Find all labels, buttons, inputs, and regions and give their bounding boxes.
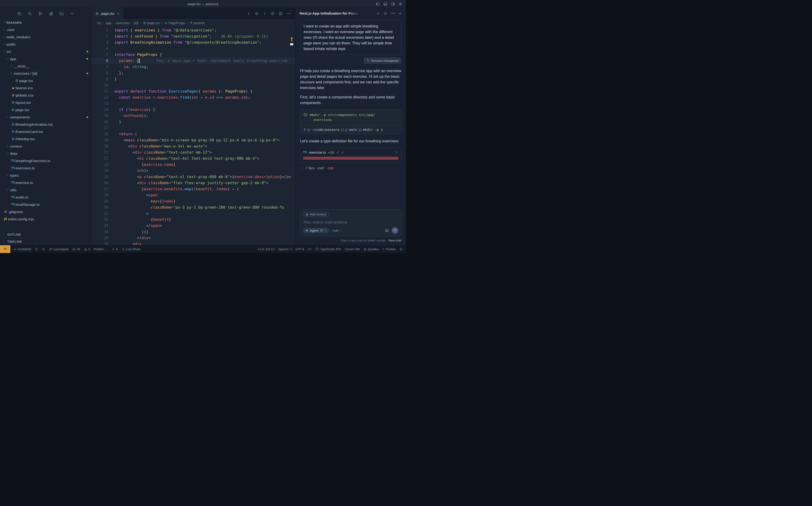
breadcrumb-id[interactable]: [id] bbox=[134, 21, 138, 25]
status-braces[interactable]: {}TypeScript JSX bbox=[315, 247, 341, 251]
image-icon[interactable] bbox=[385, 229, 389, 233]
status-quokka[interactable]: Quokka bbox=[363, 247, 379, 251]
more-icon[interactable]: ··· bbox=[287, 12, 291, 15]
code-line-9[interactable]: 9} bbox=[91, 76, 295, 82]
code-line-13[interactable]: 13 bbox=[91, 100, 295, 107]
nav-back-icon[interactable] bbox=[247, 11, 251, 15]
target-icon[interactable] bbox=[255, 11, 259, 15]
code-line-33[interactable]: 33 </span> bbox=[91, 223, 295, 229]
breadcrumb-pageprops[interactable]: PageProps bbox=[164, 21, 185, 25]
code-line-27[interactable]: 27 {exercise.benefits.map((benefit, inde… bbox=[91, 186, 295, 192]
code-line-8[interactable]: 8 }; bbox=[91, 70, 295, 76]
expand-icon[interactable] bbox=[395, 151, 398, 154]
split-icon[interactable] bbox=[279, 11, 282, 15]
gear-icon[interactable] bbox=[399, 2, 402, 6]
code-line-25[interactable]: 25 <p className="text-xl text-gray-600 m… bbox=[91, 174, 295, 180]
close-icon[interactable] bbox=[398, 12, 402, 15]
tree-item-globals-css[interactable]: #globals.css bbox=[0, 92, 91, 99]
code-line-20[interactable]: 20 <div className="max-w-3xl mx-auto"> bbox=[91, 143, 295, 149]
code-line-26[interactable]: 26 <div className="flex flex-wrap justif… bbox=[91, 180, 295, 186]
code-line-28[interactable]: 28 <span bbox=[91, 192, 295, 198]
tree-item-exercises-ts[interactable]: TSexercises.ts bbox=[0, 164, 91, 172]
tree-item-context[interactable]: context bbox=[0, 143, 91, 150]
status-ln-6-col-12[interactable]: Ln 6, Col 12 bbox=[258, 247, 274, 251]
code-line-30[interactable]: 30 className="px-3 py-1 bg-green-100 tex… bbox=[91, 204, 295, 210]
tree-item-eslint-config-mjs[interactable]: JSeslint.config.mjs bbox=[0, 216, 91, 223]
more-icon[interactable]: ··· bbox=[391, 11, 395, 15]
status-compare[interactable] bbox=[42, 248, 45, 251]
code-line-19[interactable]: 19 <main className="min-h-screen bg-gray… bbox=[91, 137, 295, 143]
tree-item-public[interactable]: public bbox=[0, 40, 91, 48]
tree-item-exercises-id[interactable]: exercises / [id] bbox=[0, 70, 91, 77]
code-line-2[interactable]: 2import { notFound } from "next/navigati… bbox=[91, 33, 295, 39]
tree-item-node-modules[interactable]: node_modules bbox=[0, 33, 91, 40]
code-line-11[interactable]: 11export default function ExercisePage({… bbox=[91, 88, 295, 94]
model-selector[interactable]: Auto bbox=[332, 229, 342, 232]
code-line-34[interactable]: 34 ))} bbox=[91, 229, 295, 235]
explorer-header[interactable]: PAXAURA bbox=[0, 19, 91, 26]
history-icon[interactable] bbox=[384, 12, 387, 15]
code-line-35[interactable]: 35 </div> bbox=[91, 235, 295, 241]
status-commit[interactable]: e1c8dd2d bbox=[13, 247, 31, 251]
tree-item-exercise-ts[interactable]: TSexercise.ts bbox=[0, 179, 91, 186]
tree-item-breathingexercises-ts[interactable]: TSbreathingExercises.ts bbox=[0, 157, 91, 164]
code-line-24[interactable]: 24 </h1> bbox=[91, 168, 295, 174]
status-check[interactable]: ✓Prettier bbox=[382, 247, 396, 251]
code-line-31[interactable]: 31 > bbox=[91, 210, 295, 217]
status-error[interactable]: 49 bbox=[72, 247, 80, 251]
breadcrumb-page-tsx[interactable]: page.tsx bbox=[143, 21, 160, 25]
code-line-29[interactable]: 29 key={index} bbox=[91, 198, 295, 204]
code-line-21[interactable]: 21 <div className="text-center mb-12"> bbox=[91, 149, 295, 156]
files-icon[interactable] bbox=[60, 11, 64, 16]
tree-item-app[interactable]: app bbox=[0, 55, 91, 63]
tree-item-types[interactable]: types bbox=[0, 172, 91, 179]
plus-icon[interactable] bbox=[377, 12, 380, 15]
restore-checkpoint-button[interactable]: Restore checkpoint bbox=[364, 57, 401, 64]
tree-item-data[interactable]: data bbox=[0, 150, 91, 157]
tree-item-page-tsx[interactable]: page.tsx bbox=[0, 77, 91, 84]
tab-page-tsx[interactable]: page.tsx bbox=[91, 8, 124, 19]
status-zap[interactable]: 0 bbox=[111, 247, 118, 251]
source-control-icon[interactable] bbox=[38, 11, 43, 16]
tree-item-favicon-ico[interactable]: ★favicon.ico bbox=[0, 84, 91, 92]
code-line-18[interactable]: 18 return ( bbox=[91, 131, 295, 137]
tree-item-utils[interactable]: utils bbox=[0, 186, 91, 193]
new-chat-link[interactable]: New chat bbox=[389, 239, 401, 242]
file-diff-card[interactable]: TS exercise.ts +10 -1 ✓ bbox=[300, 148, 401, 163]
run-icon[interactable] bbox=[271, 11, 275, 15]
nav-forward-icon[interactable] bbox=[263, 11, 267, 15]
layout-bottom-icon[interactable] bbox=[384, 2, 387, 6]
tree-item-components[interactable]: components bbox=[0, 113, 91, 121]
composer[interactable]: @ Add context Plan, search, build anythi… bbox=[300, 209, 401, 236]
tree-item-src[interactable]: src bbox=[0, 48, 91, 55]
add-context-chip[interactable]: @ Add context bbox=[303, 212, 328, 217]
code-line-32[interactable]: 32 {benefit} bbox=[91, 217, 295, 223]
status-lf[interactable]: LF bbox=[308, 247, 312, 251]
breadcrumb-exercises[interactable]: exercises bbox=[115, 21, 130, 25]
composer-input[interactable]: Plan, search, build anything bbox=[304, 220, 398, 224]
status-sync[interactable] bbox=[35, 248, 38, 251]
status-bell[interactable] bbox=[399, 248, 403, 251]
tree-item-next[interactable]: .next bbox=[0, 26, 91, 33]
breadcrumb-params[interactable]: params bbox=[189, 21, 205, 25]
code-line-15[interactable]: 15 notFound(); bbox=[91, 113, 295, 119]
tree-item-tests[interactable]: __tests__ bbox=[0, 63, 91, 70]
status-rocket[interactable]: Launchpad bbox=[49, 247, 68, 251]
outline-section[interactable]: OUTLINE bbox=[0, 231, 91, 238]
code-line-1[interactable]: 1import { exercises } from "@/data/exerc… bbox=[91, 27, 295, 33]
code-line-6[interactable]: 6 params: {You, 4 days ago • feat: imple… bbox=[91, 58, 295, 64]
code-line-22[interactable]: 22 <h1 className="text-4xl font-bold tex… bbox=[91, 156, 295, 162]
code-line-10[interactable]: 10 bbox=[91, 82, 295, 88]
tree-item-page-tsx[interactable]: page.tsx bbox=[0, 106, 91, 113]
tree-item-layout-tsx[interactable]: layout.tsx bbox=[0, 99, 91, 106]
code-line-3[interactable]: 3import BreathingAnimation from "@/compo… bbox=[91, 39, 295, 46]
code-line-17[interactable]: 17 bbox=[91, 125, 295, 131]
files-summary[interactable]: 7 files +347 -100 bbox=[300, 166, 401, 171]
status-utf-8[interactable]: UTF-8 bbox=[296, 247, 304, 251]
status-circle[interactable]: Live Share bbox=[121, 247, 141, 251]
status-cursor-tab[interactable]: Cursor Tab bbox=[345, 247, 359, 251]
code-line-16[interactable]: 16 } bbox=[91, 119, 295, 125]
tree-item-exercisecard-tsx[interactable]: ExerciseCard.tsx bbox=[0, 128, 91, 135]
search-icon[interactable] bbox=[28, 11, 32, 16]
breadcrumb-src[interactable]: src bbox=[97, 21, 101, 25]
